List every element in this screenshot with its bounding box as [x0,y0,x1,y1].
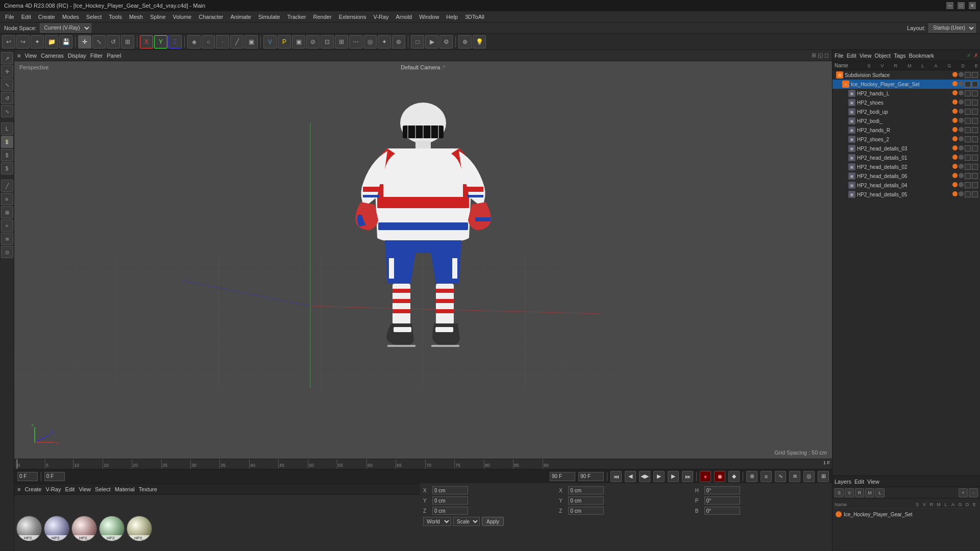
move-btn[interactable]: ✛ [78,35,91,48]
go-prev-frame-btn[interactable]: ◀ [625,471,636,482]
x-axis-btn[interactable]: X [140,35,153,48]
play-btn[interactable]: ▶ [653,471,665,482]
obj-tags-menu[interactable]: Tags [894,53,905,59]
vp-filter-menu[interactable]: Filter [90,53,103,59]
transform-btn[interactable]: ⊞ [121,35,134,48]
menu-help[interactable]: Help [443,13,461,21]
mat-view-menu[interactable]: View [79,486,91,492]
sidebar-layers-btn[interactable]: ≡ [1,193,13,205]
p-input[interactable] [704,496,740,505]
cube-btn[interactable]: ▣ [292,35,305,48]
select-poly-btn[interactable]: ▣ [244,35,258,48]
python-btn[interactable]: P [278,35,291,48]
play-reverse-btn[interactable]: ◀▶ [639,471,650,482]
sidebar-cinema-btn[interactable]: $ [1,136,13,148]
tool6-btn[interactable]: ✦ [378,35,391,48]
material-item-4[interactable]: HP2_ [127,516,152,541]
mat-select-menu[interactable]: Select [95,486,111,492]
menu-mesh[interactable]: Mesh [126,13,146,21]
menu-tools[interactable]: Tools [106,13,125,21]
fcurve-btn[interactable]: ∿ [775,471,786,482]
layer-btn[interactable]: ≋ [789,471,800,482]
menu-animate[interactable]: Animate [228,13,254,21]
y-size-input[interactable] [568,496,604,505]
menu-select[interactable]: Select [83,13,105,21]
layers-add-btn[interactable]: + [959,488,968,497]
vp-display-menu[interactable]: Display [68,53,86,59]
go-next-frame-btn[interactable]: ▶ [668,471,679,482]
menu-3dtoall[interactable]: 3DToAll [462,13,487,21]
menu-character[interactable]: Character [195,13,226,21]
close-btn[interactable]: ✕ [969,2,976,9]
select-edge-btn[interactable]: ╱ [230,35,243,48]
sidebar-loft-btn[interactable]: L [1,122,13,135]
sidebar-scale-btn[interactable]: ⤡ [1,79,13,91]
tool1-btn[interactable]: ⊘ [306,35,320,48]
sidebar-s1-btn[interactable]: $ [1,149,13,161]
menu-simulate[interactable]: Simulate [255,13,283,21]
sidebar-deform-btn[interactable]: ≈ [1,219,13,232]
layers-toolbar-btn5[interactable]: L [875,488,885,497]
obj-edit-menu[interactable]: Edit [847,53,856,59]
object-item-bodi[interactable]: ▣ HP2_bodi_ [832,116,980,126]
object-item-subdivision[interactable]: ⊞ Subdivision Surface [832,70,980,80]
open-btn[interactable]: 📁 [45,35,58,48]
material-item-2[interactable]: HP2_ [71,516,97,541]
menu-create[interactable]: Create [35,13,58,21]
menu-vray[interactable]: V-Ray [370,13,391,21]
select-object-btn[interactable]: ○ [202,35,215,48]
tool5-btn[interactable]: ◎ [363,35,377,48]
tool4-btn[interactable]: ⋯ [349,35,362,48]
record-btn[interactable]: ● [700,471,711,482]
menu-arnold[interactable]: Arnold [393,13,415,21]
scale-select[interactable]: Scale Size [453,517,480,526]
maximize-btn[interactable]: □ [958,2,965,9]
mat-create-menu[interactable]: Create [24,486,41,492]
obj-check1[interactable]: ✓ [967,53,971,58]
obj-view-menu[interactable]: View [860,53,872,59]
end-frame-field[interactable] [550,472,575,481]
material-item-0[interactable]: HP2_ [16,516,42,541]
menu-window[interactable]: Window [416,13,442,21]
auto-key-btn[interactable]: ⏺ [714,471,725,482]
vp-panel-menu[interactable]: Panel [107,53,121,59]
layer-item-gear-set[interactable]: Ice_Hockey_Player_Gear_Set [835,510,978,519]
object-item-hands-r[interactable]: ▣ HP2_hands_R [832,126,980,135]
menu-edit[interactable]: Edit [18,13,34,21]
layers-toolbar-btn4[interactable]: M [865,488,874,497]
h-input[interactable] [704,486,740,494]
vp-cameras-menu[interactable]: Cameras [41,53,64,59]
x-pos-input[interactable] [432,486,468,494]
sidebar-constraint-btn[interactable]: ⊙ [1,246,13,258]
object-item-gear-set[interactable]: ○ Ice_Hockey_Player_Gear_Set [832,80,980,89]
start-frame-field[interactable] [17,472,38,481]
obj-object-menu[interactable]: Object [874,53,891,59]
layers-edit-menu[interactable]: Edit [854,479,864,485]
minimize-btn[interactable]: ─ [946,2,953,9]
obj-file-menu[interactable]: File [835,53,844,59]
object-item-shoes-2[interactable]: ▣ HP2_shoes_2 [832,135,980,144]
window-controls[interactable]: ─ □ ✕ [946,2,976,9]
sidebar-s2-btn[interactable]: $ [1,162,13,174]
vp-view-menu[interactable]: View [24,53,37,59]
scale-btn[interactable]: ⤡ [92,35,106,48]
vray-logo-btn[interactable]: V [263,35,277,48]
object-item-shoes[interactable]: ▣ HP2_shoes [832,98,980,107]
sidebar-rotate-btn[interactable]: ↺ [1,92,13,104]
morph-btn[interactable]: ◎ [803,471,815,482]
object-item-head-det-01[interactable]: ▣ HP2_head_details_01 [832,153,980,162]
object-item-hands-l[interactable]: ▣ HP2_hands_L [832,89,980,98]
z-axis-btn[interactable]: Z [168,35,182,48]
menu-spline[interactable]: Spline [147,13,169,21]
menu-volume[interactable]: Volume [170,13,195,21]
light-btn[interactable]: 💡 [473,35,486,48]
motion-btn[interactable]: ⊕ [746,471,757,482]
render-view-btn[interactable]: □ [411,35,424,48]
sidebar-knife-btn[interactable]: ╱ [1,180,13,192]
timeline[interactable]: 0 5 10 15 20 25 30 35 40 45 50 55 60 65 … [14,459,832,469]
select-point-btn[interactable]: · [216,35,229,48]
sidebar-fx-btn[interactable]: ≋ [1,233,13,245]
menu-file[interactable]: File [2,13,17,21]
b-input[interactable] [704,507,740,515]
rotate-btn[interactable]: ↺ [107,35,120,48]
